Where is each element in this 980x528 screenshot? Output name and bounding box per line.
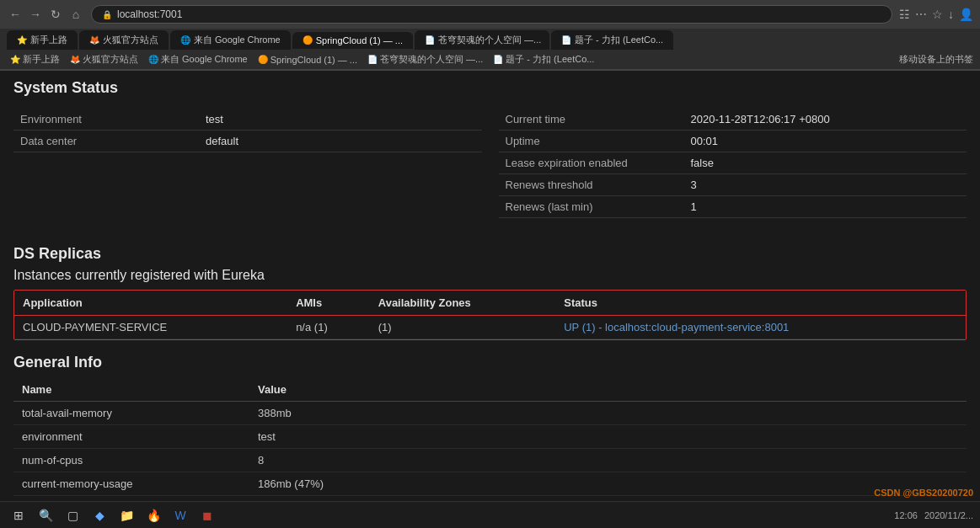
taskbar: ⊞ 🔍 ▢ ◆ 📁 🔥 W ◼ 12:06 2020/11/2... — [0, 501, 980, 528]
menu-button[interactable]: ⋯ — [915, 8, 927, 21]
browser-toolbar: ← → ↻ ⌂ 🔒 localhost:7001 ☷ ⋯ ☆ ↓ 👤 — [0, 0, 980, 29]
table-row: Uptime 00:01 — [499, 131, 967, 152]
col-amis: AMIs — [287, 291, 370, 316]
search-button[interactable]: 🔍 — [34, 504, 57, 527]
bookmark-4-icon: 🟠 — [258, 55, 268, 64]
lease-expiration-label: Lease expiration enabled — [499, 152, 684, 174]
uptime-label: Uptime — [499, 131, 684, 152]
renews-threshold-label: Renews threshold — [499, 174, 684, 196]
bookmark-4[interactable]: 🟠 SpringCloud (1) — ... — [254, 54, 361, 66]
tab-3-favicon: 🌐 — [180, 35, 190, 45]
tab-1-favicon: ⭐ — [17, 35, 27, 45]
edge-button[interactable]: ◆ — [88, 504, 111, 527]
bookmark-5-label: 苍穹契魂的个人空间 —... — [380, 53, 483, 66]
current-time-label: Current time — [499, 109, 684, 131]
current-time-value: 2020-11-28T12:06:17 +0800 — [684, 109, 967, 131]
instance-status: UP (1) - localhost:cloud-payment-service… — [555, 316, 966, 339]
forward-button[interactable]: → — [27, 6, 44, 23]
firefox-button[interactable]: 🔥 — [142, 504, 165, 527]
system-status-right-table: Current time 2020-11-28T12:06:17 +0800 U… — [499, 109, 967, 218]
start-button[interactable]: ⊞ — [7, 504, 30, 527]
time-display: 12:06 — [894, 510, 918, 520]
general-name: environment — [13, 425, 249, 449]
address-bar[interactable]: 🔒 localhost:7001 — [91, 5, 892, 24]
tab-6-favicon: 📄 — [561, 35, 571, 45]
bookmark-1-icon: ⭐ — [10, 55, 20, 64]
address-text: localhost:7001 — [117, 8, 182, 20]
datacenter-value: default — [199, 131, 482, 152]
bookmark-5[interactable]: 📄 苍穹契魂的个人空间 —... — [364, 52, 486, 67]
bookmark-2[interactable]: 🦊 火狐官方站点 — [67, 52, 142, 67]
bookmark-4-label: SpringCloud (1) — ... — [270, 55, 357, 65]
bookmark-3-icon: 🌐 — [148, 55, 158, 64]
table-row: Environment test — [13, 109, 482, 131]
system-status-tables: Environment test Data center default Cur… — [13, 109, 967, 232]
word-button[interactable]: W — [169, 504, 192, 527]
reload-button[interactable]: ↻ — [47, 6, 64, 23]
tab-2[interactable]: 🦊 火狐官方站点 — [79, 30, 169, 50]
tab-4[interactable]: 🟠 SpringCloud (1) — ... — [292, 32, 413, 49]
bookmark-2-icon: 🦊 — [70, 55, 80, 64]
bookmark-6-icon: 📄 — [493, 55, 503, 64]
home-button[interactable]: ⌂ — [67, 6, 84, 23]
general-name: total-avail-memory — [13, 402, 249, 425]
back-button[interactable]: ← — [7, 6, 24, 23]
profile-button[interactable]: 👤 — [959, 8, 973, 21]
tab-1-label: 新手上路 — [30, 34, 67, 46]
table-row: Renews (last min) 1 — [499, 196, 967, 218]
instances-table: Application AMIs Availability Zones Stat… — [14, 291, 966, 339]
table-row: environment test — [13, 425, 967, 449]
tab-2-favicon: 🦊 — [89, 35, 99, 45]
nav-buttons: ← → ↻ ⌂ — [7, 6, 84, 23]
system-status-left: Environment test Data center default — [13, 109, 482, 232]
taskbar-right: 12:06 2020/11/2... — [894, 510, 973, 520]
tab-6[interactable]: 📄 题子 - 力扣 (LeetCo... — [551, 30, 673, 50]
lease-expiration-value: false — [684, 152, 967, 174]
tabs-bar: ⭐ 新手上路 🦊 火狐官方站点 🌐 来自 Google Chrome 🟠 Spr… — [0, 29, 980, 50]
table-row: total-avail-memory 388mb — [13, 402, 967, 425]
bookmark-3[interactable]: 🌐 来自 Google Chrome — [145, 52, 251, 67]
app-button[interactable]: ◼ — [195, 504, 219, 527]
col-application: Application — [14, 291, 287, 316]
table-row: Lease expiration enabled false — [499, 152, 967, 174]
table-row: Current time 2020-11-28T12:06:17 +0800 — [499, 109, 967, 131]
general-value: test — [249, 425, 967, 449]
extensions-button[interactable]: ☷ — [899, 8, 910, 21]
table-row: Data center default — [13, 131, 482, 152]
general-header-row: Name Value — [13, 378, 967, 402]
col-value: Value — [249, 378, 967, 402]
lock-icon: 🔒 — [102, 10, 112, 19]
general-value: 186mb (47%) — [249, 472, 967, 496]
general-name: current-memory-usage — [13, 472, 249, 496]
bookmark-6-label: 题子 - 力扣 (LeetCo... — [506, 53, 594, 66]
datacenter-label: Data center — [13, 131, 199, 152]
bookmark-5-icon: 📄 — [367, 55, 378, 64]
bookmark-button[interactable]: ☆ — [932, 8, 943, 21]
bookmark-3-label: 来自 Google Chrome — [161, 53, 248, 66]
tab-4-favicon: 🟠 — [303, 35, 313, 45]
bookmark-6[interactable]: 📄 题子 - 力扣 (LeetCo... — [490, 52, 597, 67]
env-value: test — [199, 109, 482, 131]
mobile-bookmarks: 移动设备上的书签 — [899, 53, 973, 66]
renews-lastmin-value: 1 — [684, 196, 967, 218]
browser-chrome: ← → ↻ ⌂ 🔒 localhost:7001 ☷ ⋯ ☆ ↓ 👤 ⭐ 新手上… — [0, 0, 980, 71]
tab-6-label: 题子 - 力扣 (LeetCo... — [575, 34, 663, 46]
instance-availability-zones: (1) — [370, 316, 555, 339]
instances-header-row: Application AMIs Availability Zones Stat… — [14, 291, 966, 316]
file-button[interactable]: 📁 — [115, 504, 138, 527]
system-status-title: System Status — [13, 79, 967, 100]
ds-replicas-title: DS Replicas — [13, 245, 967, 263]
page-content: System Status Environment test Data cent… — [0, 71, 980, 528]
tab-3[interactable]: 🌐 来自 Google Chrome — [170, 30, 291, 50]
taskview-button[interactable]: ▢ — [61, 504, 84, 527]
tab-5[interactable]: 📄 苍穹契魂的个人空间 —... — [415, 30, 549, 50]
bookmark-1[interactable]: ⭐ 新手上路 — [7, 52, 63, 67]
bookmark-1-label: 新手上路 — [23, 53, 60, 66]
tab-2-label: 火狐官方站点 — [103, 34, 158, 46]
instance-status-link[interactable]: UP (1) - localhost:cloud-payment-service… — [564, 321, 789, 333]
tab-1[interactable]: ⭐ 新手上路 — [7, 30, 78, 50]
col-availability-zones: Availability Zones — [370, 291, 555, 316]
browser-actions: ☷ ⋯ ☆ ↓ 👤 — [899, 8, 973, 21]
download-button[interactable]: ↓ — [948, 8, 954, 21]
uptime-value: 00:01 — [684, 131, 967, 152]
